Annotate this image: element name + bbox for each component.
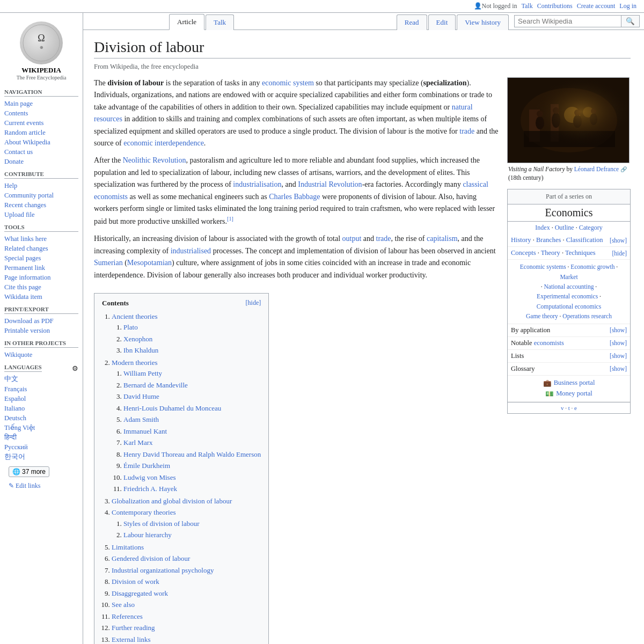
footer-v-link[interactable]: v xyxy=(561,405,564,411)
contents-link-2-2[interactable]: Bernard de Mandeville xyxy=(123,381,188,389)
contents-link-3[interactable]: Globalization and global division of lab… xyxy=(112,497,232,505)
history-show-link[interactable]: [show] xyxy=(610,237,627,244)
sidebar-item-current-events[interactable]: Current events xyxy=(4,119,43,127)
sidebar-item-download-pdf[interactable]: Download as PDF xyxy=(4,317,54,325)
lang-ko[interactable]: 한국어 xyxy=(4,453,25,460)
link-game-theory[interactable]: Game theory xyxy=(526,313,558,319)
sidebar-item-permanent-link[interactable]: Permanent link xyxy=(4,264,45,272)
money-portal-label[interactable]: Money portal xyxy=(556,390,592,398)
contents-link-2-11[interactable]: Friedrich A. Hayek xyxy=(123,485,177,493)
caption-artist-link[interactable]: Léonard Defrance xyxy=(574,166,619,172)
contents-link-10[interactable]: See also xyxy=(112,601,135,609)
sidebar-item-donate[interactable]: Donate xyxy=(4,158,24,165)
link-history[interactable]: History xyxy=(511,236,531,244)
link-experimental-economics[interactable]: Experimental economics xyxy=(537,293,598,299)
link-operations-research[interactable]: Operations research xyxy=(562,313,612,319)
create-account-link[interactable]: Create account xyxy=(577,2,616,10)
link-sumerian[interactable]: Sumerian xyxy=(94,259,123,267)
lang-it[interactable]: Italiano xyxy=(4,405,25,412)
search-input[interactable] xyxy=(514,15,621,27)
sidebar-item-about[interactable]: About Wikipedia xyxy=(4,138,50,146)
link-classification[interactable]: Classification xyxy=(566,236,603,244)
link-industrial-revolution[interactable]: Industrial Revolution xyxy=(298,180,362,188)
glossary-show-link[interactable]: [show] xyxy=(610,365,627,372)
link-economic-system[interactable]: economic system xyxy=(262,79,314,87)
link-national-accounting[interactable]: National accounting xyxy=(544,283,594,290)
sidebar-item-printable-version[interactable]: Printable version xyxy=(4,327,50,334)
sidebar-item-what-links-here[interactable]: What links here xyxy=(4,235,47,243)
link-branches[interactable]: Branches xyxy=(536,236,561,244)
lang-fr[interactable]: Français xyxy=(4,385,27,393)
sidebar-item-page-information[interactable]: Page information xyxy=(4,274,50,281)
tab-talk[interactable]: Talk xyxy=(206,14,234,30)
sidebar-item-help[interactable]: Help xyxy=(4,182,17,189)
contents-link-12[interactable]: Further reading xyxy=(112,624,155,632)
footer-t-link[interactable]: t xyxy=(568,405,570,411)
link-neolithic-revolution[interactable]: Neolithic Revolution xyxy=(123,156,186,164)
sidebar-item-special-pages[interactable]: Special pages xyxy=(4,254,41,262)
expand-icon[interactable]: 🔗 xyxy=(620,166,627,172)
contents-link-4[interactable]: Contemporary theories xyxy=(112,508,176,516)
business-portal-label[interactable]: Business portal xyxy=(554,379,595,387)
contents-link-1-1[interactable]: Plato xyxy=(123,323,138,331)
link-natural-resources[interactable]: natural resources xyxy=(94,103,473,123)
link-economists[interactable]: economists xyxy=(534,339,564,347)
contents-link-2-1[interactable]: William Petty xyxy=(123,369,162,377)
lang-es[interactable]: Español xyxy=(4,395,26,402)
contents-link-11[interactable]: References xyxy=(112,612,143,620)
contents-link-2-3[interactable]: David Hume xyxy=(123,392,159,400)
contents-link-2-6[interactable]: Immanuel Kant xyxy=(123,427,167,435)
edit-links-button[interactable]: ✎ Edit links xyxy=(4,481,45,491)
sidebar-item-contents[interactable]: Contents xyxy=(4,109,28,117)
link-outline[interactable]: Outline xyxy=(555,224,574,231)
sidebar-item-cite-this-page[interactable]: Cite this page xyxy=(4,283,41,291)
contents-link-9[interactable]: Disaggregated work xyxy=(112,589,168,597)
lang-zh[interactable]: 中文 xyxy=(4,375,18,383)
contents-link-6[interactable]: Gendered division of labour xyxy=(112,554,190,562)
link-trade-2[interactable]: trade xyxy=(376,235,391,243)
sidebar-item-community-portal[interactable]: Community portal xyxy=(4,192,54,199)
link-economic-growth[interactable]: Economic growth xyxy=(570,264,614,270)
tab-read[interactable]: Read xyxy=(397,14,427,30)
footnote-1[interactable]: [1] xyxy=(227,216,233,222)
link-theory[interactable]: Theory xyxy=(541,249,560,257)
contents-link-4-1[interactable]: Styles of division of labour xyxy=(123,519,200,528)
link-capitalism[interactable]: capitalism xyxy=(427,235,458,243)
link-charles-babbage[interactable]: Charles Babbage xyxy=(269,193,320,201)
lang-de[interactable]: Deutsch xyxy=(4,414,26,422)
sidebar-item-contact[interactable]: Contact us xyxy=(4,148,33,156)
talk-link[interactable]: Talk xyxy=(522,2,533,10)
link-trade[interactable]: trade xyxy=(459,127,474,135)
contents-link-2-8[interactable]: Henry David Thoreau and Ralph Waldo Emer… xyxy=(123,450,261,458)
link-category[interactable]: Category xyxy=(579,224,603,231)
lang-gear-icon[interactable]: ⚙ xyxy=(72,364,78,373)
contents-link-1[interactable]: Ancient theories xyxy=(112,312,158,320)
tab-article[interactable]: Article xyxy=(169,14,204,30)
link-output[interactable]: output xyxy=(342,235,362,243)
sidebar-item-recent-changes[interactable]: Recent changes xyxy=(4,201,46,209)
search-button[interactable]: 🔍 xyxy=(621,15,640,27)
sidebar-item-upload-file[interactable]: Upload file xyxy=(4,211,35,218)
more-languages-button[interactable]: 🌐 37 more xyxy=(9,466,49,477)
contents-link-7[interactable]: Industrial organizational psychology xyxy=(112,566,214,574)
link-economic-systems[interactable]: Economic systems xyxy=(520,264,566,270)
tab-edit[interactable]: Edit xyxy=(428,14,456,30)
footer-e-link[interactable]: e xyxy=(574,405,577,411)
link-computational-economics[interactable]: Computational economics xyxy=(537,303,601,310)
link-industrialised[interactable]: industrialised xyxy=(171,247,211,255)
link-economic-interdependence[interactable]: economic interdependence xyxy=(123,139,204,147)
lang-vi[interactable]: Tiếng Việt xyxy=(4,424,35,431)
concepts-hide-link[interactable]: [hide] xyxy=(612,250,627,257)
by-application-show-link[interactable]: [show] xyxy=(610,327,627,333)
contents-link-5[interactable]: Limitations xyxy=(112,543,144,551)
lang-hi[interactable]: हिन्दी xyxy=(4,434,17,441)
link-index[interactable]: Index xyxy=(535,224,550,231)
contents-link-13[interactable]: External links xyxy=(112,635,151,643)
contents-link-1-3[interactable]: Ibn Khaldun xyxy=(123,346,158,354)
lang-ru[interactable]: Русский xyxy=(4,443,28,451)
contents-link-4-2[interactable]: Labour hierarchy xyxy=(123,531,172,539)
sidebar-item-main-page[interactable]: Main page xyxy=(4,100,33,107)
contents-link-8[interactable]: Division of work xyxy=(112,577,159,586)
link-market[interactable]: Market xyxy=(560,274,577,280)
sidebar-item-wikiquote[interactable]: Wikiquote xyxy=(4,351,32,358)
